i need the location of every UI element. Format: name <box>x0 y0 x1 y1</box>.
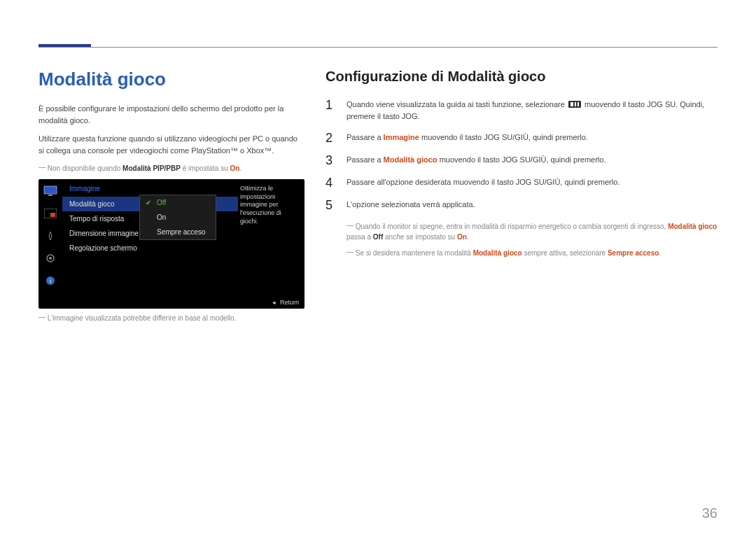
note-bold: Off <box>373 233 383 241</box>
note-text: L'immagine visualizzata potrebbe differi… <box>48 314 237 322</box>
note-text: . <box>659 249 661 257</box>
page-title: Modalità gioco <box>38 69 304 90</box>
osd-sub-row: On <box>140 210 216 225</box>
step-number: 3 <box>326 154 338 167</box>
header-rule <box>38 28 718 48</box>
note-keep-on: ― Se si desidera mantenere la modalità M… <box>346 248 718 258</box>
note-text: Non disponibile quando <box>48 164 122 172</box>
note-text: passa a <box>346 233 373 241</box>
return-label: Return <box>280 299 299 306</box>
osd-sub-row: Sempre acceso <box>140 225 216 239</box>
check-icon: ✔ <box>146 199 154 206</box>
step-number: 5 <box>326 199 338 211</box>
note-on: On <box>230 164 239 172</box>
note-text: Quando il monitor si spegne, entra in mo… <box>356 223 668 230</box>
osd-footer: ◂ Return <box>272 299 299 306</box>
note-text: è impostata su <box>181 164 230 172</box>
intro-p1: È possibile configurare le impostazioni … <box>38 103 304 126</box>
note-auto-off: ― Quando il monitor si spegne, entra in … <box>346 221 718 242</box>
note-bold: Modalità PIP/PBP <box>122 164 181 172</box>
note-text: . <box>239 164 241 172</box>
step-part: muovendo il tasto JOG SU/GIÙ, quindi pre… <box>438 155 606 164</box>
step-text: L'opzione selezionata verrà applicata. <box>346 199 718 211</box>
note-bold: Modalità gioco <box>473 249 522 257</box>
osd-submenu: ✔Off On Sempre acceso <box>139 195 216 240</box>
osd-sub-label: Off <box>157 199 166 206</box>
step-number: 1 <box>326 99 338 122</box>
step-text: Passare a Immagine muovendo il tasto JOG… <box>346 132 718 144</box>
osd-sub-row-active: ✔Off <box>140 195 216 210</box>
osd-sub-label: Sempre acceso <box>157 228 205 236</box>
left-column: Modalità gioco È possibile configurare l… <box>38 69 304 329</box>
step-1: 1 Quando viene visualizzata la guida ai … <box>326 99 718 122</box>
steps-list: 1 Quando viene visualizzata la guida ai … <box>326 99 718 211</box>
section-subtitle: Configurazione di Modalità gioco <box>326 69 718 85</box>
note-text: Se si desidera mantenere la modalità <box>356 249 473 257</box>
svg-rect-3 <box>50 213 55 217</box>
step-text: Quando viene visualizzata la guida ai ta… <box>346 99 718 122</box>
note-bold: Sempre acceso <box>608 249 659 257</box>
monitor-icon <box>43 183 58 199</box>
osd-label: Tempo di risposta <box>69 215 143 223</box>
page-content: Modalità gioco È possibile configurare l… <box>38 69 718 329</box>
osd-label: Dimensione immagine <box>69 230 143 237</box>
osd-description: Ottimizza le impostazioni immagine per l… <box>240 185 300 225</box>
step-4: 4 Passare all'opzione desiderata muovend… <box>326 176 718 189</box>
step-text: Passare a Modalità gioco muovendo il tas… <box>346 154 718 167</box>
osd-sub-label: On <box>157 213 166 221</box>
step-5: 5 L'opzione selezionata verrà applicata. <box>326 199 718 211</box>
menu-button-icon <box>568 101 581 108</box>
svg-marker-4 <box>49 232 52 240</box>
step-part: Quando viene visualizzata la guida ai ta… <box>346 100 567 108</box>
pip-icon <box>43 206 58 221</box>
osd-label: Modalità gioco <box>69 200 143 208</box>
note-text: anche se impostato su <box>383 233 457 241</box>
return-arrow-icon: ◂ <box>272 299 276 306</box>
step-3: 3 Passare a Modalità gioco muovendo il t… <box>326 154 718 167</box>
svg-rect-1 <box>48 195 52 196</box>
info-icon: i <box>43 273 58 288</box>
note-bold: Modalità gioco <box>668 223 717 230</box>
osd-label: Regolazione schermo <box>69 244 143 252</box>
gear-icon <box>43 251 58 266</box>
step-number: 4 <box>326 176 338 189</box>
osd-screenshot: i Immagine Modalità gioco Tempo di rispo… <box>38 179 304 309</box>
step-part: Passare a <box>346 155 384 164</box>
note-pip: ― Non disponibile quando Modalità PIP/PB… <box>38 163 304 174</box>
svg-point-6 <box>49 257 52 260</box>
right-column: Configurazione di Modalità gioco 1 Quand… <box>326 69 718 329</box>
step-2: 2 Passare a Immagine muovendo il tasto J… <box>326 132 718 144</box>
step-part: Passare a <box>346 133 384 141</box>
note-on: On <box>457 233 467 241</box>
step-number: 2 <box>326 132 338 144</box>
step-bold: Modalità gioco <box>384 155 438 164</box>
note-text: sempre attiva, selezionare <box>522 249 608 257</box>
intro-p2: Utilizzare questa funzione quando si uti… <box>38 133 304 156</box>
page-number: 36 <box>702 505 718 521</box>
note-image-differ: ― L'immagine visualizzata potrebbe diffe… <box>38 313 304 323</box>
osd-row: Regolazione schermo <box>62 241 238 255</box>
step-bold: Immagine <box>384 133 419 141</box>
th-icon <box>43 228 58 244</box>
note-text: . <box>467 233 469 241</box>
step-text: Passare all'opzione desiderata muovendo … <box>346 176 718 189</box>
step-part: muovendo il tasto JOG SU/GIÙ, quindi pre… <box>419 133 588 141</box>
svg-rect-0 <box>44 186 57 194</box>
osd-sidebar: i <box>38 179 62 295</box>
